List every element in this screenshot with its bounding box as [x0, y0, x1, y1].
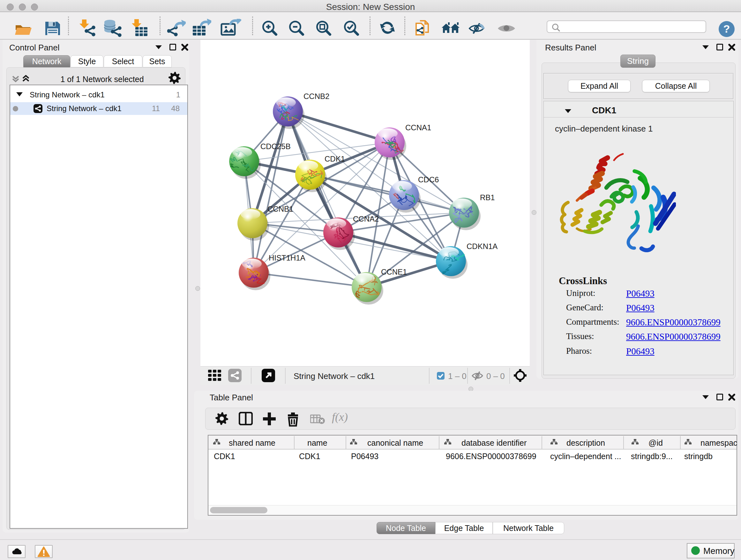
svg-text:?: ?	[724, 23, 730, 35]
svg-text:HIST1H1A: HIST1H1A	[269, 253, 306, 262]
svg-text:CDK1: CDK1	[325, 154, 345, 163]
svg-text:RB1: RB1	[480, 193, 495, 202]
svg-text:CDC6: CDC6	[418, 175, 439, 184]
svg-text:CDKN1A: CDKN1A	[467, 242, 497, 251]
svg-text:CCNE1: CCNE1	[381, 267, 407, 276]
svg-text:CCNB1: CCNB1	[267, 205, 293, 213]
svg-text:CCNA2: CCNA2	[353, 214, 379, 223]
svg-text:CCNB2: CCNB2	[304, 92, 329, 101]
svg-text:CCNA1: CCNA1	[405, 123, 431, 132]
svg-text:CDC25B: CDC25B	[260, 142, 291, 151]
